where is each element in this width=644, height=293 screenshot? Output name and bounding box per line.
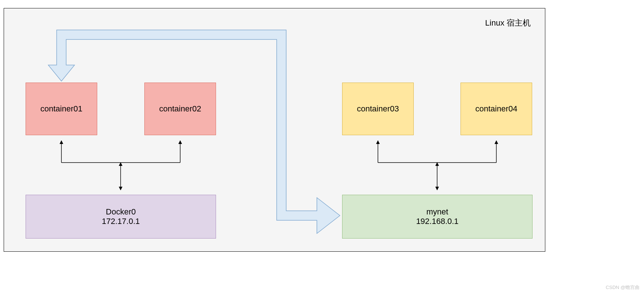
docker0-box: Docker0 172.17.0.1: [26, 195, 216, 239]
container01-label: container01: [41, 104, 83, 114]
container04-label: container04: [476, 104, 518, 114]
docker0-name: Docker0: [106, 207, 136, 217]
mynet-ip: 192.168.0.1: [416, 217, 458, 226]
host-label: Linux 宿主机: [485, 18, 531, 28]
container03-label: container03: [357, 104, 399, 114]
container04-box: container04: [461, 83, 532, 135]
mynet-name: mynet: [427, 207, 448, 217]
docker0-ip: 172.17.0.1: [102, 217, 140, 226]
container02-box: container02: [144, 83, 216, 135]
container02-label: container02: [159, 104, 201, 114]
watermark: CSDN @蟾宫曲: [606, 284, 640, 291]
container03-box: container03: [342, 83, 414, 135]
diagram-canvas: Linux 宿主机 container01 container02 contai…: [0, 0, 644, 293]
mynet-box: mynet 192.168.0.1: [342, 195, 533, 239]
container01-box: container01: [26, 83, 97, 135]
